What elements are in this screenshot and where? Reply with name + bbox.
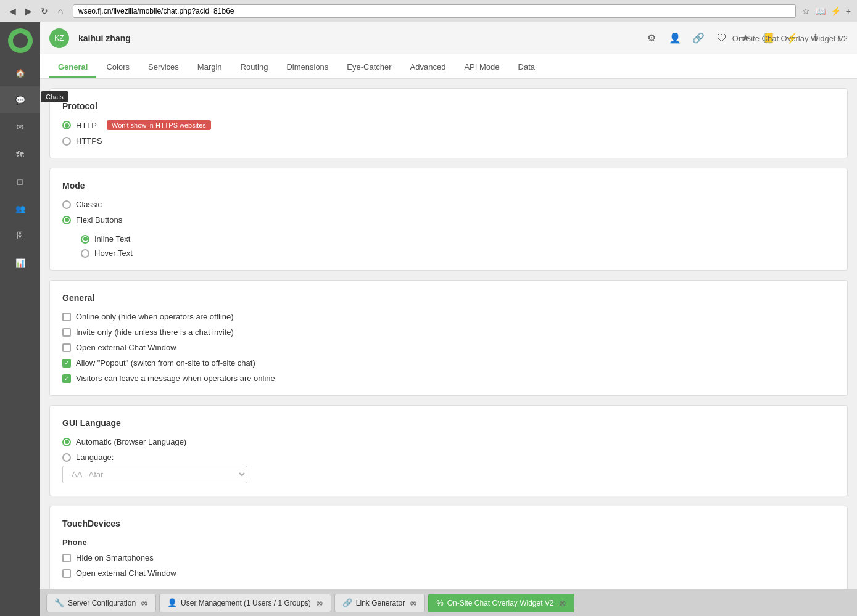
- sidebar-item-chats[interactable]: 💬 Chats: [0, 86, 40, 113]
- mode-flexi-label: Flexi Buttons: [76, 215, 122, 224]
- protocol-https-radio[interactable]: [62, 137, 71, 146]
- general-title: General: [62, 293, 835, 303]
- tab-bar: General Colors Services Margin Routing D…: [40, 54, 857, 79]
- general-invite-only[interactable]: Invite only (hide unless there is a chat…: [62, 327, 835, 337]
- home-button[interactable]: ⌂: [54, 5, 67, 17]
- mode-inline-label: Inline Text: [94, 234, 130, 244]
- sidebar: 🏠 💬 Chats ✉ 🗺 ◻ 👥 🗄 📊: [0, 22, 40, 616]
- user-icon[interactable]: 👤: [666, 30, 684, 47]
- sidebar-item-database[interactable]: 🗄: [0, 222, 40, 249]
- protocol-https-item[interactable]: HTTPS: [62, 136, 835, 146]
- allow-popout-checkbox[interactable]: [62, 359, 71, 368]
- server-config-btn[interactable]: 🔧 Server Configuration ⊗: [46, 594, 156, 612]
- wrench-icon: 🔧: [54, 598, 64, 607]
- plus-icon[interactable]: +: [846, 6, 851, 16]
- sidebar-logo: [8, 28, 33, 53]
- link-gen-btn[interactable]: 🔗 Link Generator ⊗: [334, 594, 425, 612]
- tab-advanced[interactable]: Advanced: [402, 57, 455, 78]
- app-container: 🏠 💬 Chats ✉ 🗺 ◻ 👥 🗄 📊 KZ kaihui zhang: [0, 22, 857, 616]
- tab-colors[interactable]: Colors: [97, 57, 138, 78]
- general-section: General Online only (hide when operators…: [49, 280, 848, 396]
- touch-devices-title: TouchDevices: [62, 519, 835, 528]
- open-external-checkbox[interactable]: [62, 343, 71, 352]
- home-icon: 🏠: [15, 68, 25, 78]
- mode-classic-item[interactable]: Classic: [62, 200, 835, 209]
- language-auto-radio[interactable]: [62, 438, 71, 446]
- star-icon[interactable]: ☆: [802, 6, 810, 16]
- tab-api-mode[interactable]: API Mode: [455, 57, 508, 78]
- server-config-close[interactable]: ⊗: [141, 598, 148, 608]
- tab-dimensions[interactable]: Dimensions: [278, 57, 337, 78]
- allow-popout-label: Allow "Popout" (switch from on-site to o…: [76, 358, 255, 368]
- general-open-external[interactable]: Open external Chat Window: [62, 343, 835, 352]
- mail-icon: ✉: [17, 123, 23, 132]
- widget-close[interactable]: ⊗: [559, 598, 566, 608]
- forward-button[interactable]: ▶: [22, 5, 35, 17]
- hide-smartphones-label: Hide on Smartphones: [76, 553, 154, 562]
- address-bar[interactable]: [73, 4, 796, 18]
- mode-section: Mode Classic Flexi Buttons: [49, 168, 848, 271]
- content-area: General Colors Services Margin Routing D…: [40, 54, 857, 589]
- mode-radio-group: Classic Flexi Buttons Inline Text: [62, 200, 835, 258]
- settings-icon[interactable]: ⚙: [643, 30, 660, 47]
- mode-flexi-item[interactable]: Flexi Buttons: [62, 215, 835, 224]
- reload-button[interactable]: ↻: [38, 5, 51, 17]
- hide-smartphones-checkbox[interactable]: [62, 554, 71, 562]
- protocol-http-label: HTTP: [76, 121, 97, 130]
- general-allow-popout[interactable]: Allow "Popout" (switch from on-site to o…: [62, 358, 835, 368]
- protocol-title: Protocol: [62, 101, 835, 111]
- mode-flexi-radio[interactable]: [62, 216, 71, 224]
- sidebar-item-ticket[interactable]: ◻: [0, 168, 40, 195]
- online-only-checkbox[interactable]: [62, 313, 71, 321]
- chat-icon: 💬: [15, 96, 25, 105]
- widget-btn[interactable]: % On-Site Chat Overlay Widget V2 ⊗: [428, 594, 574, 612]
- lightning-icon[interactable]: ⚡: [830, 6, 841, 16]
- database-icon: 🗄: [16, 231, 24, 240]
- mode-classic-radio[interactable]: [62, 200, 71, 209]
- mode-hover-item[interactable]: Hover Text: [81, 248, 835, 258]
- user-mgmt-label: User Management (1 Users / 1 Groups): [181, 599, 311, 607]
- protocol-http-radio[interactable]: [62, 121, 71, 129]
- sidebar-item-chart[interactable]: 📊: [0, 249, 40, 276]
- tab-general[interactable]: General: [49, 57, 96, 78]
- protocol-https-label: HTTPS: [76, 136, 102, 146]
- link-gen-close[interactable]: ⊗: [410, 598, 417, 608]
- tab-routing[interactable]: Routing: [232, 57, 277, 78]
- reader-icon[interactable]: 📖: [815, 6, 826, 16]
- general-visitors-leave[interactable]: Visitors can leave a message when operat…: [62, 374, 835, 383]
- link-gen-icon: 🔗: [342, 598, 352, 607]
- tab-margin[interactable]: Margin: [189, 57, 231, 78]
- chats-tooltip: Chats: [41, 91, 68, 102]
- mode-hover-radio[interactable]: [81, 249, 89, 258]
- language-select[interactable]: AA - Afar: [62, 466, 247, 483]
- mode-inline-item[interactable]: Inline Text: [81, 234, 835, 244]
- protocol-http-item[interactable]: HTTP Won't show in HTTPS websites: [62, 120, 835, 130]
- general-online-only[interactable]: Online only (hide when operators are off…: [62, 312, 835, 321]
- widget-title-top: On-Site Chat Overlay Widget V2: [732, 22, 848, 54]
- nav-buttons[interactable]: ◀ ▶ ↻ ⌂: [6, 5, 67, 17]
- language-auto-item[interactable]: Automatic (Browser Language): [62, 437, 835, 446]
- sidebar-item-home[interactable]: 🏠: [0, 59, 40, 86]
- general-checkbox-group: Online only (hide when operators are off…: [62, 312, 835, 383]
- tab-services[interactable]: Services: [139, 57, 188, 78]
- hide-smartphones-item[interactable]: Hide on Smartphones: [62, 553, 835, 562]
- back-button[interactable]: ◀: [6, 5, 19, 17]
- phone-open-external-item[interactable]: Open external Chat Window: [62, 569, 835, 578]
- link-gen-label: Link Generator: [356, 599, 405, 607]
- tab-data[interactable]: Data: [510, 57, 544, 78]
- link-icon[interactable]: 🔗: [690, 30, 707, 47]
- sidebar-item-group[interactable]: 👥: [0, 195, 40, 222]
- username-label: kaihui zhang: [78, 33, 634, 43]
- phone-open-external-checkbox[interactable]: [62, 569, 71, 578]
- tab-eye-catcher[interactable]: Eye-Catcher: [338, 57, 400, 78]
- user-mgmt-close[interactable]: ⊗: [316, 598, 323, 608]
- mode-inline-radio[interactable]: [81, 235, 89, 244]
- language-manual-item[interactable]: Language:: [62, 453, 835, 462]
- sidebar-item-map[interactable]: 🗺: [0, 141, 40, 168]
- sidebar-item-mail[interactable]: ✉: [0, 113, 40, 141]
- shield-icon[interactable]: 🛡: [713, 30, 731, 47]
- user-mgmt-btn[interactable]: 👤 User Management (1 Users / 1 Groups) ⊗: [159, 594, 331, 612]
- visitors-leave-checkbox[interactable]: [62, 374, 71, 383]
- language-manual-radio[interactable]: [62, 453, 71, 462]
- invite-only-checkbox[interactable]: [62, 328, 71, 337]
